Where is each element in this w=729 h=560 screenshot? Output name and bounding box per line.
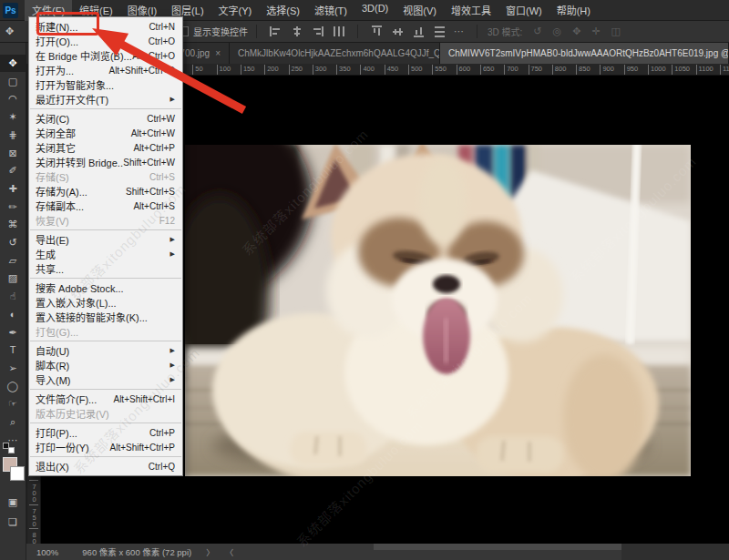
menubar-item-type[interactable]: 文字(Y) [211, 0, 260, 21]
menu-item-exit[interactable]: 退出(X)Ctrl+Q [29, 459, 182, 473]
magic-wand-tool[interactable]: ✶ [0, 108, 26, 126]
menu-item-shortcut: Shift+Ctrl+S [126, 187, 175, 197]
menu-item-print-one-copy[interactable]: 打印一份(Y)Alt+Shift+Ctrl+P [29, 440, 182, 454]
menu-item-open-recent[interactable]: 最近打开文件(T)▶ [29, 92, 182, 107]
history-brush-tool[interactable]: ↺ [0, 234, 26, 251]
distribute-horizontal-icon[interactable] [333, 26, 344, 36]
path-selection-tool[interactable]: ➢ [0, 360, 26, 377]
dodge-tool[interactable]: ◐ [0, 306, 26, 323]
align-right-edges-icon[interactable] [312, 26, 323, 36]
swap-colors-icon[interactable] [8, 447, 15, 453]
clone-stamp-tool[interactable]: ⌘ [0, 216, 26, 233]
menu-item-label: 恢复(V) [36, 213, 69, 228]
brush-tool[interactable]: ✏ [0, 199, 26, 216]
menu-separator [30, 423, 181, 423]
menu-item-close-others[interactable]: 关闭其它Alt+Ctrl+P [29, 140, 182, 155]
ruler-tick-750: 750 [529, 65, 543, 75]
menu-item-close-all[interactable]: 关闭全部Alt+Ctrl+W [29, 126, 182, 140]
eyedropper-tool[interactable]: ✐ [0, 162, 26, 179]
menu-item-label: 打开为智能对象... [36, 77, 114, 92]
align-horizontal-centers-icon[interactable] [291, 26, 303, 36]
align-vertical-centers-icon[interactable] [393, 25, 403, 37]
crop-tool[interactable]: ⋕ [0, 127, 26, 144]
healing-brush-tool[interactable]: ✚ [0, 180, 26, 198]
hand-tool[interactable]: ☞ [0, 395, 26, 412]
ruler-tick-1050: 1050 [672, 65, 690, 75]
menu-item-save-as[interactable]: 存储为(A)...Shift+Ctrl+S [29, 184, 182, 199]
horizontal-scrollbar[interactable] [374, 544, 621, 550]
menu-item-search-adobe-stock[interactable]: 搜索 Adobe Stock... [29, 280, 182, 295]
menubar-item-filter[interactable]: 滤镜(T) [307, 0, 354, 21]
menu-item-label: 关闭其它 [36, 140, 76, 155]
zoom-tool[interactable]: ⌕ [0, 413, 26, 431]
photoshop-logo: Ps [3, 3, 18, 18]
menubar-item-select[interactable]: 选择(S) [259, 0, 307, 21]
show-transform-label: 显示变换控件 [193, 25, 248, 38]
menu-item-save-copy[interactable]: 存储副本...Alt+Ctrl+S [29, 199, 182, 213]
ruler-tick-700: 700 [504, 65, 519, 75]
3d-drag-icon[interactable]: ✥ [572, 25, 580, 37]
align-left-edges-icon[interactable] [270, 26, 282, 36]
menu-item-shortcut: Alt+Shift+Ctrl+O [108, 66, 175, 76]
zoom-level-field[interactable]: 100% [36, 547, 58, 557]
smudge-tool[interactable]: ☝ [0, 288, 26, 305]
menu-item-print[interactable]: 打印(P)...Ctrl+P [29, 425, 182, 440]
menubar-item-window[interactable]: 窗口(W) [498, 0, 549, 21]
status-next-icon[interactable]: 〉 [206, 546, 214, 558]
menu-item-file-info[interactable]: 文件简介(F)...Alt+Shift+Ctrl+I [29, 392, 182, 406]
menu-item-browse-in-bridge[interactable]: 在 Bridge 中浏览(B)...Alt+Ctrl+O [29, 48, 182, 63]
3d-slide-icon[interactable]: ✛ [591, 25, 600, 37]
menu-item-open-as[interactable]: 打开为...Alt+Shift+Ctrl+O [29, 63, 182, 77]
eraser-tool[interactable]: ▱ [0, 252, 26, 270]
menu-item-close[interactable]: 关闭(C)Ctrl+W [29, 111, 182, 126]
3d-scale-icon[interactable]: ◫ [611, 25, 621, 37]
pen-tool[interactable]: ✒ [0, 324, 26, 341]
menu-item-close-and-go-to-bridge[interactable]: 关闭并转到 Bridge...Shift+Ctrl+W [29, 155, 182, 169]
type-tool[interactable]: T [0, 341, 26, 359]
menubar-item-threed[interactable]: 3D(D) [354, 0, 395, 21]
distribute-vertical-icon[interactable] [435, 25, 445, 37]
menu-item-export[interactable]: 导出(E)▶ [29, 232, 182, 247]
marquee-tool[interactable]: ▢ [0, 73, 26, 90]
menu-item-automate[interactable]: 自动(U)▶ [29, 343, 182, 358]
menu-separator [30, 389, 181, 390]
submenu-arrow-icon: ▶ [170, 96, 175, 103]
3d-roll-icon[interactable]: ◎ [553, 25, 562, 37]
document-tab-2[interactable]: ChMkJlbKw4OlcHjkAAZEchxm6hQAALG4QJJf_QAB… [230, 43, 440, 64]
lasso-tool[interactable]: ◠ [0, 90, 26, 107]
gradient-tool[interactable]: ▨ [0, 270, 26, 287]
menu-item-share[interactable]: 共享... [29, 261, 182, 276]
menu-item-import[interactable]: 导入(M)▶ [29, 372, 182, 387]
menu-item-place-linked[interactable]: 置入链接的智能对象(K)... [29, 310, 182, 324]
menu-item-scripts[interactable]: 脚本(R)▶ [29, 358, 182, 372]
frame-tool[interactable]: ⊠ [0, 145, 26, 162]
background-color-swatch[interactable] [10, 466, 25, 481]
document-tab-3[interactable]: ChMIWV6T2smIVpHMAB0-bldJwwAAAORtQHzBz0AH… [440, 43, 729, 64]
align-bottom-edges-icon[interactable] [414, 25, 424, 37]
more-align-options-icon[interactable]: ⋯ [454, 25, 465, 37]
menu-item-shortcut: Alt+Ctrl+W [131, 128, 175, 138]
menubar-item-view[interactable]: 视图(V) [395, 0, 444, 21]
menubar-item-help[interactable]: 帮助(H) [549, 0, 598, 21]
menu-item-shortcut: Alt+Ctrl+S [133, 201, 175, 211]
quick-mask-button[interactable]: ▣ [0, 494, 26, 511]
menu-item-revert: 恢复(V)F12 [29, 213, 182, 228]
ruler-tick-850: 850 [576, 65, 590, 75]
options-divider [357, 25, 358, 38]
shape-tool[interactable]: ◯ [0, 378, 26, 395]
screen-mode-button[interactable]: ❏ [0, 514, 26, 531]
status-prev-icon[interactable]: 〈 [225, 546, 233, 558]
menubar-item-plugins[interactable]: 增效工具 [444, 0, 498, 21]
menu-item-generate[interactable]: 生成▶ [29, 247, 182, 261]
menu-item-place-embedded[interactable]: 置入嵌入对象(L)... [29, 295, 182, 310]
menu-item-open-as-smart-object[interactable]: 打开为智能对象... [29, 77, 182, 92]
canvas-image[interactable] [185, 145, 691, 476]
move-tool[interactable]: ✥ [0, 55, 26, 72]
tab-close-icon[interactable]: × [215, 48, 221, 58]
menu-item-label: 最近打开文件(T) [36, 92, 108, 107]
menu-item-open[interactable]: 打开(O)...Ctrl+O [29, 34, 182, 48]
3d-rotate-icon[interactable]: ↺ [533, 25, 541, 37]
current-tool-icon: ✥ [5, 25, 14, 37]
document-size-text: 960 像素 x 600 像素 (72 ppi) [82, 545, 191, 558]
align-top-edges-icon[interactable] [372, 25, 382, 37]
